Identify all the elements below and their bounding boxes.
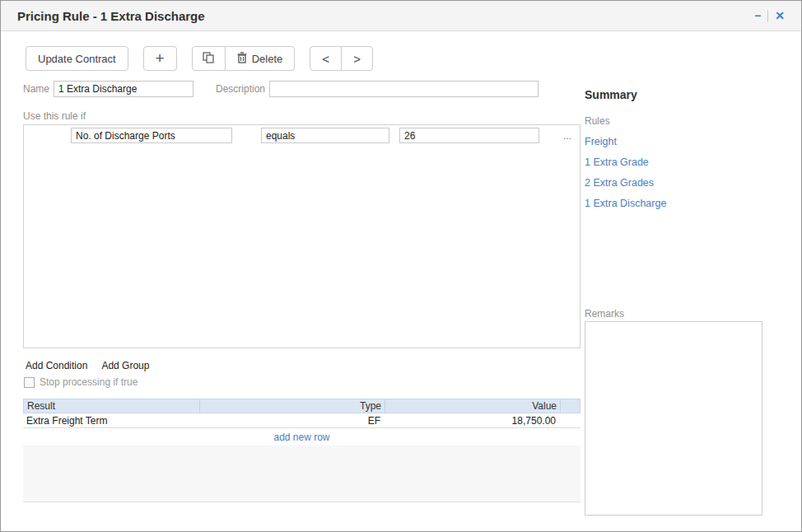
name-label: Name: [23, 83, 49, 95]
results-grid-header: Result Type Value: [23, 399, 581, 413]
condition-row: No. of Discharge Ports equals 26 ...: [71, 128, 575, 143]
add-new-row-link[interactable]: add new row: [23, 428, 581, 446]
summary-heading: Summary: [585, 88, 762, 101]
description-label: Description: [216, 83, 265, 95]
type-cell: EF: [198, 415, 384, 427]
copy-icon: [203, 52, 214, 66]
rule-link-freight[interactable]: Freight: [585, 136, 762, 147]
use-this-rule-if-label: Use this rule if: [23, 110, 581, 122]
rule-link-2-extra-grades[interactable]: 2 Extra Grades: [585, 177, 762, 189]
delete-button[interactable]: Delete: [225, 46, 296, 71]
previous-record-button[interactable]: <: [310, 46, 342, 71]
stop-processing-row: Stop processing if true: [24, 376, 581, 388]
window-controls: − ✕: [748, 10, 791, 22]
main-content: Name Description Use this rule if No. of…: [1, 81, 801, 519]
add-rule-button[interactable]: +: [143, 46, 177, 71]
name-input[interactable]: [54, 81, 194, 97]
delete-button-label: Delete: [252, 53, 283, 65]
value-column-header: Value: [385, 399, 560, 413]
title-bar: Pricing Rule - 1 Extra Discharge − ✕: [1, 1, 801, 31]
rule-link-1-extra-discharge[interactable]: 1 Extra Discharge: [585, 198, 762, 209]
condition-more-button[interactable]: ...: [560, 130, 575, 142]
record-nav-group: < >: [310, 46, 373, 71]
rules-label: Rules: [585, 115, 762, 127]
description-input[interactable]: [269, 81, 539, 97]
condition-actions: Add Condition Add Group: [26, 360, 581, 371]
copy-delete-button-group: Delete: [192, 46, 296, 71]
results-grid: Result Type Value Extra Freight Term EF …: [23, 399, 581, 502]
condition-field-select[interactable]: No. of Discharge Ports: [71, 128, 232, 143]
stop-processing-checkbox[interactable]: [24, 377, 35, 388]
stop-processing-label: Stop processing if true: [40, 376, 138, 388]
name-description-row: Name Description: [23, 81, 581, 97]
minimize-icon[interactable]: −: [748, 10, 767, 21]
rule-link-1-extra-grade[interactable]: 1 Extra Grade: [585, 156, 762, 168]
result-cell: Extra Freight Term: [23, 415, 198, 427]
trash-icon: [237, 52, 247, 66]
close-icon[interactable]: ✕: [768, 10, 791, 21]
pricing-rule-dialog: Pricing Rule - 1 Extra Discharge − ✕ Upd…: [0, 0, 802, 532]
dialog-title: Pricing Rule - 1 Extra Discharge: [17, 9, 205, 23]
condition-operator-select[interactable]: equals: [261, 128, 389, 143]
result-column-header: Result: [24, 400, 199, 412]
remarks-label: Remarks: [585, 308, 762, 320]
copy-button[interactable]: [192, 46, 226, 71]
filler-column-header: [560, 399, 580, 413]
type-column-header: Type: [199, 399, 385, 413]
toolbar: Update Contract +: [26, 46, 801, 71]
remarks-textarea[interactable]: [585, 321, 762, 516]
grid-empty-area: [23, 446, 581, 502]
update-contract-button[interactable]: Update Contract: [26, 46, 128, 71]
table-row[interactable]: Extra Freight Term EF 18,750.00: [23, 413, 581, 428]
condition-value-input[interactable]: 26: [399, 128, 539, 143]
add-condition-link[interactable]: Add Condition: [26, 360, 87, 371]
add-group-link[interactable]: Add Group: [101, 360, 149, 371]
rule-editor-column: Name Description Use this rule if No. of…: [23, 81, 581, 519]
value-cell: 18,750.00: [384, 415, 559, 427]
summary-panel: Summary Rules Freight 1 Extra Grade 2 Ex…: [585, 81, 762, 519]
conditions-panel: No. of Discharge Ports equals 26 ...: [23, 124, 581, 348]
next-record-button[interactable]: >: [341, 46, 373, 71]
